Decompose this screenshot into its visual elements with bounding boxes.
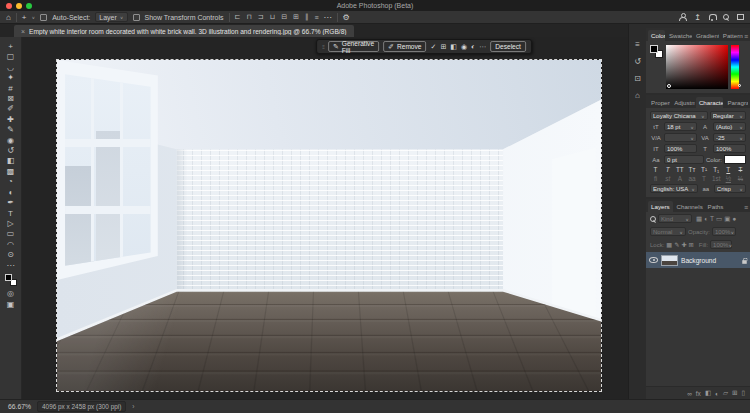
drag-handle[interactable]: ⁝⁝ [322,43,324,50]
modify-selection-icon[interactable]: ✓ [431,43,437,51]
strikethrough-button[interactable]: T [735,166,746,173]
eraser-tool[interactable]: ◧ [7,156,15,166]
layer-thumbnail[interactable] [661,255,678,266]
object-selection-tool[interactable]: ✦ [7,73,14,83]
share-icon[interactable]: ↥ [694,13,701,22]
adjustment-icon[interactable]: ◐ [471,43,475,50]
frame-tool[interactable]: ⊠ [7,94,14,104]
filter-adjustment-layers-icon[interactable]: ◐ [704,215,708,223]
tab-layers[interactable]: Layers [648,201,673,212]
align-top-edges-icon[interactable]: ⊔ [270,13,275,21]
hue-slider-handle[interactable] [738,84,741,87]
text-color-swatch[interactable] [724,155,746,164]
language-dropdown[interactable]: English: USA ∨ [650,184,698,193]
underline-button[interactable]: T [723,166,734,173]
zoom-tool[interactable]: ⊙ [7,250,14,260]
align-horizontal-centers-icon[interactable]: ⊓ [246,13,251,21]
align-vertical-centers-icon[interactable]: ⊟ [281,13,287,21]
lock-position-icon[interactable]: ✚ [681,241,686,248]
delete-layer-icon[interactable]: ▯ [741,389,745,397]
shape-tool[interactable]: ▭ [7,229,15,239]
faux-italic-button[interactable]: T [662,166,673,173]
small-caps-button[interactable]: Tᴛ [686,166,697,173]
swash-button[interactable]: T [699,175,710,182]
distribute-vertical-icon[interactable]: ≡ [314,14,318,21]
panel-color-swatches[interactable] [650,45,663,58]
fractions-button[interactable]: ½ [723,175,734,182]
transform-selection-icon[interactable]: ⊞ [440,43,446,51]
generative-fill-button[interactable]: ✎ Generative Fill [328,41,379,52]
tab-adjustments[interactable]: Adjustm [671,97,695,108]
layer-lock-icon[interactable] [742,260,747,264]
filter-type-layers-icon[interactable]: T [710,215,714,223]
new-layer-icon[interactable]: ⊞ [732,389,737,397]
layer-mask-icon[interactable]: ◧ [705,389,711,397]
remove-button[interactable]: ✐ Remove [383,41,426,52]
saturation-brightness-field[interactable] [666,45,728,89]
search-icon[interactable] [723,14,729,20]
fill-dropdown[interactable]: 100% ∨ [710,240,732,249]
dodge-tool[interactable]: ◖ [8,188,13,198]
hue-slider[interactable] [731,45,739,89]
link-layers-icon[interactable]: ∞ [687,390,692,397]
panel-menu-icon[interactable]: ≡ [744,204,748,212]
document-tab[interactable]: × Empty white interior room decorated wi… [14,25,354,37]
info-panel-icon[interactable]: ⊡ [634,74,641,83]
align-right-edges-icon[interactable]: ⊐ [258,13,264,21]
tab-properties[interactable]: Propert [648,97,670,108]
lock-transparent-pixels-icon[interactable]: ▦ [666,241,672,248]
crop-tool[interactable]: # [8,84,12,94]
titling-alternates-button[interactable]: aa [686,175,697,182]
move-tool-icon[interactable]: + [22,13,27,22]
history-panel-icon[interactable]: ↺ [634,57,641,66]
lasso-tool[interactable]: ◡ [7,63,14,73]
color-swatches[interactable] [5,274,17,286]
marquee-tool[interactable]: ▢ [7,52,15,62]
font-size-dropdown[interactable]: 18 pt ∨ [664,122,697,131]
kerning-dropdown[interactable]: ∨ [664,133,697,142]
tab-paragraph[interactable]: Paragra [724,97,748,108]
clone-stamp-tool[interactable]: ◉ [7,136,14,146]
layer-row-background[interactable]: Background [646,252,750,268]
align-left-edges-icon[interactable]: ⊏ [235,13,241,21]
lock-artboard-icon[interactable]: ⊞ [689,241,694,248]
lock-image-pixels-icon[interactable]: ✎ [674,241,679,248]
tab-channels[interactable]: Channels [674,201,704,212]
canvas-image[interactable] [57,60,601,391]
adjustments-panel-icon[interactable]: ≡ [635,40,640,49]
more-align-options-icon[interactable]: ⋯ [324,13,332,22]
status-options-chevron-icon[interactable]: › [132,403,134,410]
anti-alias-dropdown[interactable]: Crisp ∨ [714,184,746,193]
opacity-dropdown[interactable]: 100% ∨ [712,227,736,236]
libraries-panel-icon[interactable]: ⌂ [635,91,640,100]
leading-dropdown[interactable]: (Auto) ∨ [713,122,746,131]
zoom-level[interactable]: 66.67% [8,403,31,410]
horizontal-scale-field[interactable]: 100% [713,144,746,153]
all-caps-button[interactable]: TT [674,166,685,173]
move-tool[interactable]: + [8,42,13,52]
adjustment-layer-icon[interactable]: ◐ [715,390,719,397]
filter-shape-layers-icon[interactable]: ▭ [716,215,722,223]
font-style-dropdown[interactable]: Regular ∨ [710,111,746,120]
align-bottom-edges-icon[interactable]: ⊞ [293,13,299,21]
distribute-horizontal-icon[interactable]: ∥ [305,13,309,21]
edit-toolbar[interactable]: ⋯ [7,261,15,271]
vertical-scale-field[interactable]: 100% [664,144,697,153]
blend-mode-dropdown[interactable]: Normal ∨ [650,227,686,236]
hand-tool[interactable]: ◠ [7,240,14,250]
tab-patterns[interactable]: Patterns [720,30,743,41]
foreground-color-swatch[interactable] [5,274,12,281]
tracking-dropdown[interactable]: -25 ∨ [713,133,746,142]
layer-effects-icon[interactable]: fx [696,390,701,397]
auto-select-mode-dropdown[interactable]: Layer ∨ [95,12,127,22]
baseline-shift-field[interactable]: 0 pt [664,155,704,164]
subscript-button[interactable]: T₁ [711,166,722,173]
type-tool[interactable]: T [8,209,13,219]
tab-color[interactable]: Color [648,30,665,41]
more-options-icon[interactable]: ⋯ [479,43,486,51]
gradient-tool[interactable]: ▩ [7,167,15,177]
tab-swatches[interactable]: Swatches [666,30,692,41]
blur-tool[interactable]: ◔ [8,177,13,187]
path-selection-tool[interactable]: ▷ [7,219,13,229]
healing-brush-tool[interactable]: ✚ [7,115,14,125]
